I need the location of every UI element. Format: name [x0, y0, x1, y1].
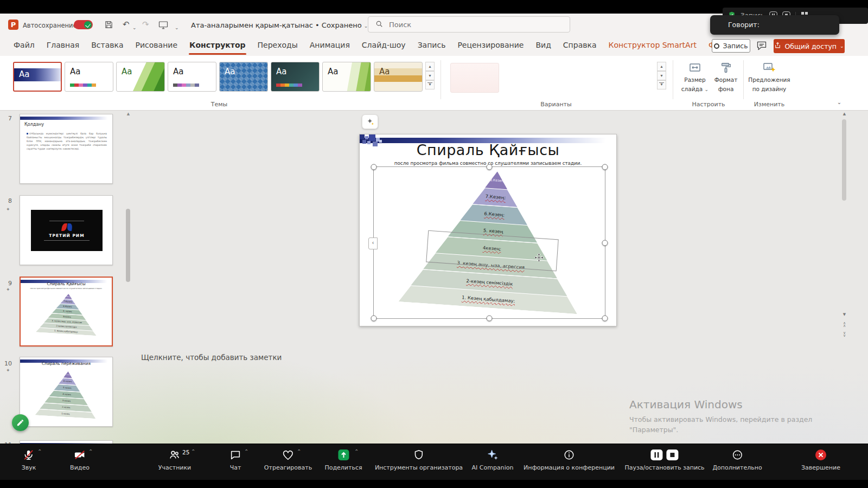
- ribbon-tab[interactable]: Вид: [529, 36, 557, 56]
- chevron-up-icon[interactable]: ⌃: [191, 448, 195, 454]
- theme-card[interactable]: Аа: [219, 62, 268, 92]
- selection-handle[interactable]: [487, 316, 493, 322]
- present-display-icon[interactable]: [158, 21, 168, 32]
- variants-more-button[interactable]: ▾: [657, 80, 666, 89]
- zoom-end-meeting-button[interactable]: Завершение: [801, 448, 840, 471]
- undo-icon[interactable]: ↶: [123, 19, 130, 30]
- theme-glyph: Аа: [70, 67, 80, 76]
- scroll-up-icon[interactable]: ▲: [841, 112, 847, 116]
- slide-canvas[interactable]: Спираль Қайғысы после просмотра фильма с…: [359, 134, 617, 326]
- format-background-button[interactable]: Формат фона: [712, 61, 740, 93]
- design-ideas-button[interactable]: Предложения по дизайну: [748, 61, 791, 93]
- zoom-more-button[interactable]: Дополнительно: [712, 448, 762, 471]
- ribbon-tab[interactable]: Вставка: [85, 36, 129, 56]
- ribbon-tab[interactable]: Переходы: [252, 36, 304, 56]
- scrollbar-thumb[interactable]: [126, 209, 130, 282]
- theme-card[interactable]: Аа: [374, 62, 423, 92]
- chevron-up-icon[interactable]: ⌃: [244, 448, 248, 454]
- slide-thumbnail-9[interactable]: Спираль Қайғысыпосле просмотра фильма со…: [20, 277, 113, 346]
- thumbnail-scrollbar[interactable]: ▲: [125, 111, 131, 478]
- zoom-meeting-info-button[interactable]: Информация о конференции: [524, 448, 615, 471]
- variant-thumbnail[interactable]: [450, 63, 499, 93]
- zoom-participants-button[interactable]: 25⌃Участники: [158, 448, 192, 471]
- slide-subtitle[interactable]: после просмотра фильма совместно со слуш…: [360, 160, 616, 166]
- zoom-share-screen-button[interactable]: ⌃Поделиться: [324, 448, 362, 471]
- pencil-icon: [16, 419, 24, 427]
- scroll-down-icon[interactable]: ▼: [841, 312, 847, 317]
- share-button[interactable]: Общий доступ ⌄: [774, 39, 845, 53]
- smartart-text-pane-toggle[interactable]: ‹: [368, 237, 378, 249]
- selection-handle[interactable]: [371, 316, 377, 322]
- ribbon-tab[interactable]: Рисование: [130, 36, 184, 56]
- powerpoint-logo[interactable]: P: [8, 20, 18, 30]
- scrollbar-thumb[interactable]: [842, 119, 846, 201]
- share-dropdown-icon[interactable]: ⌄: [840, 43, 844, 49]
- variants-scroll-down-button[interactable]: ▾: [657, 71, 666, 80]
- theme-card[interactable]: Аа: [13, 62, 62, 92]
- ribbon-tab[interactable]: Главная: [41, 36, 85, 56]
- slide-size-label-2: слайда ⌄: [681, 86, 709, 93]
- designer-button[interactable]: [362, 114, 378, 129]
- ribbon-tab[interactable]: Файл: [8, 36, 41, 56]
- theme-card[interactable]: Аа: [116, 62, 165, 92]
- themes-more-button[interactable]: ▾: [425, 80, 435, 89]
- themes-scroll-up-button[interactable]: ▴: [425, 62, 435, 71]
- ribbon-tab[interactable]: Рецензирование: [451, 36, 529, 56]
- theme-card[interactable]: Аа: [322, 62, 371, 92]
- theme-card[interactable]: Аа: [168, 62, 216, 92]
- theme-glyph: Аа: [379, 67, 390, 76]
- collapse-ribbon-icon[interactable]: ⌄: [834, 99, 844, 108]
- thumbnail-body-text: Отбасында мүмкіндіктері шектеулі бала ба…: [27, 132, 107, 151]
- variants-scroll-up-button[interactable]: ▴: [657, 62, 666, 71]
- modify-group-label: Изменить: [745, 101, 793, 108]
- ribbon-tab[interactable]: Конструктор: [183, 36, 252, 56]
- slide-thumbnail-7[interactable]: ҚолдануОтбасында мүмкіндіктері шектеулі …: [20, 114, 113, 184]
- zoom-ai-companion-button[interactable]: AI Companion: [472, 448, 514, 471]
- theme-glyph: Аа: [19, 69, 29, 79]
- selection-handle[interactable]: [602, 316, 608, 322]
- chevron-up-icon[interactable]: ⌃: [297, 448, 301, 454]
- ribbon-tab[interactable]: Запись: [412, 36, 452, 56]
- ribbon-tab[interactable]: Конструктор SmartArt: [603, 36, 703, 56]
- chevron-up-icon[interactable]: ⌃: [37, 448, 42, 454]
- record-button[interactable]: Запись: [712, 39, 750, 53]
- slide-title[interactable]: Спираль Қайғысы: [360, 142, 616, 158]
- theme-card[interactable]: Аа: [65, 62, 113, 92]
- notes-placeholder[interactable]: Щелкните, чтобы добавить заметки: [141, 353, 282, 362]
- slide-thumbnail-10[interactable]: Спираль переживания7 кезең6 кезең5 кезең…: [20, 357, 113, 427]
- autosave-toggle[interactable]: [74, 20, 93, 29]
- zoom-react-button[interactable]: ⌃Отреагировать: [264, 448, 312, 471]
- quick-access-more-icon[interactable]: ⌄: [175, 22, 179, 33]
- chevron-up-icon[interactable]: ⌃: [88, 448, 93, 454]
- slide-size-button[interactable]: Размер слайда ⌄: [679, 61, 711, 93]
- animation-star-icon: ✦: [6, 287, 10, 292]
- scroll-up-icon[interactable]: ▲: [125, 112, 131, 116]
- comments-button[interactable]: [756, 40, 768, 52]
- theme-pixel: [369, 134, 375, 141]
- share-icon: [337, 448, 350, 461]
- ribbon-tab[interactable]: Справка: [557, 36, 603, 56]
- save-icon[interactable]: [104, 20, 113, 32]
- theme-pixel: [360, 134, 365, 139]
- theme-card[interactable]: Аа: [271, 62, 320, 92]
- themes-scroll-down-button[interactable]: ▾: [425, 71, 435, 80]
- zoom-record-controls-button[interactable]: Пауза/остановить запись: [624, 448, 704, 471]
- main-scrollbar[interactable]: ▲ ▼ ∧∧ ∨∨: [841, 111, 847, 478]
- search-input[interactable]: [388, 20, 563, 29]
- chevron-up-icon[interactable]: ⌃: [354, 448, 359, 454]
- ribbon-tab[interactable]: Анимация: [304, 36, 356, 56]
- slide-thumbnail-8[interactable]: ТРЕТИЙ РИМ: [20, 195, 113, 265]
- search-box[interactable]: [368, 16, 570, 33]
- zoom-video-button[interactable]: ⌃Видео: [70, 448, 90, 471]
- heart-icon: [282, 448, 294, 461]
- document-title[interactable]: Ата-аналарымен қарым-қатынас • Сохранено…: [191, 21, 368, 29]
- zoom-audio-button[interactable]: ⌃Звук: [22, 448, 36, 471]
- zoom-chat-button[interactable]: ⌃Чат: [229, 448, 241, 471]
- annotation-pencil-button[interactable]: [12, 414, 29, 431]
- ribbon-tab[interactable]: Слайд-шоу: [356, 36, 412, 56]
- next-slide-button[interactable]: ∨∨: [841, 332, 847, 337]
- selection-handle[interactable]: [602, 240, 608, 246]
- zoom-host-tools-button[interactable]: Инструменты организатора: [375, 448, 463, 471]
- previous-slide-button[interactable]: ∧∧: [841, 322, 847, 328]
- undo-dropdown-icon[interactable]: ⌄: [132, 22, 137, 33]
